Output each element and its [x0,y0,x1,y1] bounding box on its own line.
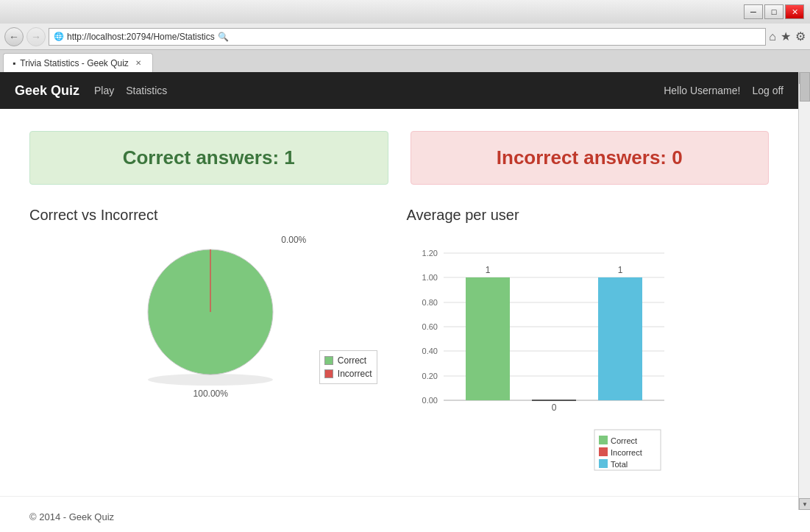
title-bar: ─ □ ✕ [0,0,810,24]
window-controls: ─ □ ✕ [744,4,804,19]
scrollbar-thumb[interactable] [800,72,810,102]
tab-bar: ▪ Trivia Statistics - Geek Quiz ✕ [0,50,810,72]
correct-answers-label: Correct answers: 1 [123,146,295,169]
svg-text:0.20: 0.20 [422,372,437,380]
svg-rect-26 [599,459,608,468]
navbar-greeting: Hello Username! [664,85,740,96]
page-wrapper: Geek Quiz Play Statistics Hello Username… [0,72,810,532]
bar-total [598,277,642,400]
pie-chart-container: Correct vs Incorrect 0.00% [29,207,392,474]
address-bar-row: ← → 🌐 http://localhost:20794/Home/Statis… [0,24,810,50]
navbar-brand[interactable]: Geek Quiz [15,83,79,99]
active-tab[interactable]: ▪ Trivia Statistics - Geek Quiz ✕ [3,53,153,72]
home-icon[interactable]: ⌂ [769,30,776,43]
svg-text:1.20: 1.20 [422,249,437,258]
pie-chart-title: Correct vs Incorrect [29,207,392,224]
incorrect-answers-label: Incorrect answers: 0 [497,146,683,169]
svg-point-2 [148,374,273,386]
tab-title: Trivia Statistics - Geek Quiz [20,58,129,68]
nav-link-statistics[interactable]: Statistics [126,85,167,96]
content-area: Geek Quiz Play Statistics Hello Username… [0,72,798,532]
back-button[interactable]: ← [4,27,24,46]
pie-legend-incorrect-label: Incorrect [338,369,372,379]
incorrect-answers-box: Incorrect answers: 0 [411,131,770,185]
main-content: Correct answers: 1 Incorrect answers: 0 … [0,109,798,496]
answer-boxes: Correct answers: 1 Incorrect answers: 0 [29,131,769,185]
navbar-logoff[interactable]: Log off [752,85,784,96]
svg-text:0: 0 [551,402,556,413]
close-button[interactable]: ✕ [785,4,804,19]
pie-legend-correct-label: Correct [338,355,366,366]
svg-text:Total: Total [611,460,628,469]
favorites-icon[interactable]: ★ [781,29,791,43]
pie-legend-correct-dot [324,356,333,365]
pie-chart-svg [137,238,284,386]
pie-chart-wrapper: 0.00% 100.00% Correct Inc [29,238,392,399]
svg-text:Correct: Correct [611,436,637,445]
restore-button[interactable]: □ [764,4,784,19]
scrollbar-track: ▲ ▼ [798,72,810,510]
tab-favicon: ▪ [13,58,15,68]
minimize-button[interactable]: ─ [744,4,763,19]
settings-icon[interactable]: ⚙ [795,29,806,43]
svg-rect-22 [599,436,608,444]
svg-text:0.40: 0.40 [422,347,437,355]
pie-label-100pct: 100.00% [193,389,228,399]
nav-link-play[interactable]: Play [94,85,114,96]
pie-legend-incorrect: Incorrect [324,369,372,379]
footer: © 2014 - Geek Quiz [0,496,798,532]
url-text: http://localhost:20794/Home/Statistics [67,32,215,42]
pie-legend-correct: Correct [324,355,372,366]
svg-text:1: 1 [617,265,622,275]
pie-legend-incorrect-dot [324,369,333,378]
pie-label-0pct: 0.00% [281,235,306,245]
svg-text:0.00: 0.00 [422,396,437,405]
correct-answers-box: Correct answers: 1 [29,131,388,185]
bar-chart-container: Average per user 1.20 [407,207,770,474]
svg-text:0.80: 0.80 [422,298,437,307]
address-box[interactable]: 🌐 http://localhost:20794/Home/Statistics… [49,28,766,46]
svg-rect-24 [599,447,608,456]
svg-text:1: 1 [485,265,490,275]
scrollbar-down-button[interactable]: ▼ [799,498,810,510]
tab-close-button[interactable]: ✕ [133,58,143,68]
svg-text:1.00: 1.00 [422,273,437,282]
bar-correct [466,277,510,400]
svg-text:Incorrect: Incorrect [611,448,642,457]
svg-text:0.60: 0.60 [422,322,437,331]
navbar: Geek Quiz Play Statistics Hello Username… [0,72,798,109]
footer-text: © 2014 - Geek Quiz [29,511,114,522]
bar-chart-svg: 1.20 1.00 0.80 0.60 0.40 [407,238,686,474]
charts-section: Correct vs Incorrect 0.00% [29,207,769,474]
bar-chart-title: Average per user [407,207,770,224]
forward-button[interactable]: → [26,27,46,46]
